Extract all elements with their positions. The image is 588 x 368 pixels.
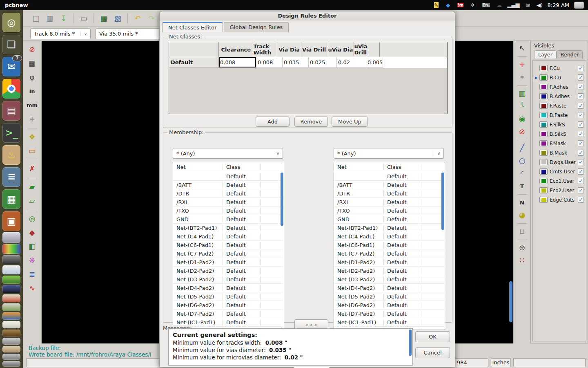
add-button[interactable]: Add	[256, 117, 290, 127]
launcher-folded-icon[interactable]	[2, 361, 20, 367]
net-row[interactable]: /RXI Default	[173, 198, 284, 206]
net-row[interactable]: Net-(C6-Pad1) Default	[173, 241, 284, 249]
redo-icon[interactable]: ↷	[146, 13, 157, 24]
dialog-titlebar[interactable]: Design Rules Editor	[160, 11, 455, 20]
remove-button[interactable]: Remove	[294, 117, 328, 127]
layer-visibility-checkbox[interactable]: ✓	[578, 168, 584, 175]
net-row[interactable]: Net-(D1-Pad2) Default	[334, 258, 445, 267]
grid-cell[interactable]: 0.035	[283, 57, 309, 68]
ratsnest-icon[interactable]: ❖	[26, 131, 39, 143]
layer-row[interactable]: ▶ B.Mask ✓	[533, 148, 586, 157]
grid-toggle-icon[interactable]: ▦	[26, 57, 39, 70]
layer-row[interactable]: ▶ Cmts.User ✓	[533, 167, 586, 176]
layer-row[interactable]: ▶ Eco1.User ✓	[533, 176, 586, 186]
grid-cell[interactable]: 0.008	[256, 57, 283, 68]
mail-icon[interactable]: ✉	[524, 1, 532, 9]
launcher-folded-icon[interactable]	[2, 303, 20, 311]
layer-row[interactable]: ▶ F.Mask ✓	[533, 139, 586, 148]
add-line-icon[interactable]: ╱	[516, 142, 528, 154]
module-editor-icon[interactable]: ▦	[98, 13, 109, 24]
layer-color-swatch[interactable]	[539, 168, 548, 175]
add-circle-icon[interactable]: ○	[516, 155, 528, 166]
launcher-folded-icon[interactable]	[2, 312, 20, 320]
palette-icon[interactable]: ❋	[26, 254, 39, 267]
thunderbird[interactable]: ✉ 7	[2, 57, 20, 76]
undo-icon[interactable]: ↶	[132, 13, 143, 24]
layer-row[interactable]: ▶ B.Paste ✓	[533, 110, 586, 120]
net-row[interactable]: /RXI Default	[334, 198, 445, 206]
layer-color-swatch[interactable]	[539, 140, 548, 146]
session-menu-icon[interactable]	[574, 2, 584, 9]
tab-global-design-rules[interactable]: Global Design Rules	[224, 22, 289, 32]
add-target-icon[interactable]: ◕	[516, 209, 528, 221]
launcher-folded-icon[interactable]	[2, 346, 20, 352]
layer-color-swatch[interactable]	[539, 178, 548, 184]
dropbox-icon[interactable]: ◆	[444, 1, 452, 9]
net-row[interactable]: /DTR Default	[173, 189, 284, 198]
launcher-folded-icon[interactable]	[2, 354, 20, 360]
net-row[interactable]: Net-(D4-Pad2) Default	[334, 284, 445, 292]
layer-color-swatch[interactable]	[539, 187, 548, 193]
launcher-folded-icon[interactable]	[2, 232, 20, 243]
net-row[interactable]: Net-(D5-Pad2) Default	[173, 292, 284, 301]
layer-visibility-checkbox[interactable]: ✓	[578, 150, 584, 156]
module-ratsnest-icon[interactable]: ▭	[26, 145, 39, 157]
add-zone-icon[interactable]: ◉	[516, 113, 528, 125]
layer-color-swatch[interactable]	[539, 121, 548, 128]
launcher-folded-icon[interactable]	[2, 338, 20, 345]
net-row[interactable]: GND Default	[334, 215, 445, 224]
launcher-folded-icon[interactable]	[2, 294, 20, 302]
layer-visibility-checkbox[interactable]: ✓	[578, 121, 584, 128]
zones-outline-icon[interactable]: ▱	[26, 195, 39, 207]
net-row[interactable]: Default	[173, 172, 284, 181]
polar-coords-icon[interactable]: φ	[26, 71, 39, 83]
layer-row[interactable]: ▶ F.SilkS ✓	[533, 120, 586, 129]
libreoffice-calc[interactable]: ▦	[2, 189, 20, 209]
grid-cell[interactable]: 0.02	[337, 57, 366, 68]
net-row[interactable]: /TXO Default	[173, 206, 284, 215]
net-row[interactable]: Net-(D5-Pad2) Default	[334, 292, 445, 301]
track-width-select[interactable]: Track 8.0 mils * ∨	[30, 28, 91, 39]
layer-color-swatch[interactable]	[539, 65, 548, 71]
net-row[interactable]: Net-(D2-Pad2) Default	[173, 267, 284, 275]
gnome-teapot[interactable]: ♨	[2, 145, 20, 165]
net-row[interactable]: Net-(D1-Pad2) Default	[173, 258, 284, 267]
launcher-folded-icon[interactable]	[2, 276, 20, 284]
layer-visibility-checkbox[interactable]: ✓	[578, 74, 584, 81]
net-row[interactable]: /TXO Default	[334, 206, 445, 215]
net-row[interactable]: Net-(BT2-Pad1) Default	[334, 224, 445, 232]
tab-net-classes-editor[interactable]: Net Classes Editor	[162, 22, 223, 32]
delete-icon[interactable]: ⊔	[516, 226, 528, 237]
add-footprint-icon[interactable]: ▥	[516, 88, 528, 99]
tab-render[interactable]: Render	[557, 50, 583, 58]
tracks-sketch-icon[interactable]: ◆	[26, 227, 39, 239]
add-dimension-icon[interactable]: N	[516, 197, 528, 208]
layer-visibility-checkbox[interactable]: ✓	[578, 65, 584, 71]
libreoffice-writer[interactable]: ≣	[2, 167, 20, 187]
layer-row[interactable]: ▶ F.Paste ✓	[533, 101, 586, 110]
net-column-header[interactable]: Net	[173, 164, 223, 170]
net-class-row-label[interactable]: Default	[169, 57, 219, 68]
grid-column-header[interactable]: uVia Drill	[354, 42, 380, 57]
layer-visibility-checkbox[interactable]: ✓	[578, 140, 584, 146]
launcher-folded-icon[interactable]	[2, 255, 20, 264]
tab-layer[interactable]: Layer	[534, 50, 557, 58]
class-column-header[interactable]: Class	[223, 164, 261, 170]
net-row[interactable]: Net-(C6-Pad1) Default	[334, 241, 445, 249]
via-size-select[interactable]: Via 35.0 mils *	[96, 28, 163, 39]
net-filter-left-select[interactable]: * (Any) ∨	[173, 148, 283, 159]
scrollbar-thumb[interactable]	[441, 173, 444, 230]
layer-color-swatch[interactable]	[539, 131, 548, 137]
grid-origin-icon[interactable]: ∷	[516, 255, 528, 266]
layer-color-swatch[interactable]	[539, 197, 548, 203]
select-tool-icon[interactable]: ↖	[516, 43, 528, 54]
layer-color-swatch[interactable]	[539, 74, 548, 81]
drc-off-icon[interactable]: ⊘	[26, 43, 39, 56]
autodel-track-icon[interactable]: ✗	[26, 163, 39, 175]
layer-visibility-checkbox[interactable]: ✓	[578, 93, 584, 99]
units-inch-icon[interactable]: In	[26, 85, 39, 97]
grid-cell[interactable]: 0.008	[219, 57, 256, 68]
layer-row[interactable]: ▶ Edge.Cuts ✓	[533, 195, 586, 204]
cancel-button[interactable]: Cancel	[415, 347, 450, 358]
microwave-tools-icon[interactable]: ∿	[26, 282, 39, 294]
